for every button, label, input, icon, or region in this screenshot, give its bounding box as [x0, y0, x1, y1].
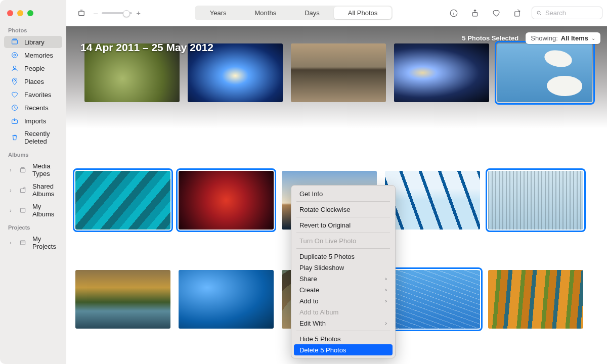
- menu-item-duplicate[interactable]: Duplicate 5 Photos: [291, 251, 395, 262]
- toolbar: – + Years Months Days All Photos: [66, 0, 607, 26]
- sidebar-item-label: Shared Albums: [32, 183, 56, 198]
- sidebar-item-label: People: [24, 65, 56, 72]
- filter-label: Showing:: [531, 34, 557, 42]
- svg-point-4: [13, 66, 16, 68]
- segment-years[interactable]: Years: [196, 7, 241, 19]
- window-controls: [0, 5, 66, 23]
- sidebar-item-media-types[interactable]: › Media Types: [2, 160, 62, 179]
- svg-rect-9: [20, 189, 25, 192]
- zoom-slider[interactable]: [102, 12, 132, 14]
- svg-rect-11: [20, 208, 25, 212]
- search-field[interactable]: [532, 7, 602, 19]
- menu-separator: [296, 331, 390, 331]
- sidebar-item-label: Library: [24, 38, 56, 46]
- photo-thumbnail[interactable]: [75, 270, 170, 329]
- sidebar-item-my-projects[interactable]: › My Projects: [2, 233, 62, 252]
- favorite-button[interactable]: [489, 6, 503, 20]
- photo-thumbnail-selected[interactable]: [75, 171, 170, 230]
- chevron-down-icon: ⌄: [591, 35, 595, 41]
- sidebar-item-library[interactable]: Library: [4, 36, 62, 48]
- library-icon: [10, 38, 19, 46]
- shared-icon: [18, 186, 27, 194]
- photo-thumbnail-selected[interactable]: [497, 43, 592, 102]
- rotate-button[interactable]: [510, 6, 525, 20]
- sidebar-item-label: Imports: [24, 117, 56, 125]
- menu-item-live-photo: Turn On Live Photo: [291, 235, 395, 246]
- zoom-control: – +: [94, 9, 141, 17]
- sidebar-item-label: Places: [24, 78, 56, 85]
- search-input[interactable]: [545, 9, 598, 17]
- menu-item-edit-with[interactable]: Edit With›: [291, 317, 395, 329]
- menu-separator: [296, 217, 390, 217]
- segment-months[interactable]: Months: [241, 7, 291, 19]
- sidebar-item-my-albums[interactable]: › My Albums: [2, 201, 62, 220]
- sidebar-item-label: My Albums: [32, 203, 56, 218]
- menu-item-share[interactable]: Share›: [291, 273, 395, 284]
- sidebar: Photos Library Memories People Places Fa…: [0, 0, 66, 364]
- chevron-right-icon: ›: [385, 298, 387, 304]
- sidebar-item-label: Media Types: [32, 162, 56, 177]
- people-icon: [10, 64, 19, 72]
- photo-thumbnail[interactable]: [179, 270, 274, 329]
- photo-thumbnail[interactable]: [291, 43, 386, 102]
- menu-item-revert[interactable]: Revert to Original: [291, 219, 395, 231]
- import-icon: [10, 117, 19, 125]
- share-button[interactable]: [468, 6, 482, 20]
- sidebar-item-recently-deleted[interactable]: Recently Deleted: [4, 128, 62, 147]
- menu-item-delete[interactable]: Delete 5 Photos: [294, 344, 393, 355]
- date-header-row: 5 Photos Selected Showing: All Items ⌄ 1…: [66, 26, 607, 128]
- photo-thumbnail-selected[interactable]: [179, 171, 274, 230]
- zoom-out-button[interactable]: –: [94, 9, 98, 17]
- disclosure-icon[interactable]: ›: [8, 188, 13, 193]
- svg-rect-8: [20, 168, 25, 172]
- view-segmented-control: Years Months Days All Photos: [195, 6, 393, 20]
- menu-item-add-to[interactable]: Add to›: [291, 295, 395, 306]
- aspect-button[interactable]: [74, 6, 89, 20]
- photo-thumbnail[interactable]: [488, 270, 583, 329]
- svg-rect-13: [79, 11, 84, 15]
- sidebar-item-recents[interactable]: Recents: [4, 102, 62, 114]
- chevron-right-icon: ›: [385, 320, 387, 326]
- menu-item-create[interactable]: Create›: [291, 284, 395, 295]
- menu-item-get-info[interactable]: Get Info: [291, 188, 395, 199]
- photo-thumbnail-selected[interactable]: [488, 171, 583, 230]
- zoom-in-button[interactable]: +: [136, 9, 141, 17]
- disclosure-icon[interactable]: ›: [8, 167, 13, 173]
- segment-days[interactable]: Days: [290, 7, 334, 19]
- info-button[interactable]: [447, 6, 461, 20]
- sidebar-item-label: Favorites: [24, 91, 56, 99]
- svg-rect-0: [12, 40, 18, 44]
- memories-icon: [10, 51, 19, 59]
- sidebar-item-favorites[interactable]: Favorites: [4, 88, 62, 101]
- menu-item-add-to-album: Add to Album: [291, 306, 395, 317]
- disclosure-icon[interactable]: ›: [8, 240, 13, 246]
- menu-item-slideshow[interactable]: Play Slideshow: [291, 262, 395, 273]
- sidebar-section-photos: Photos: [0, 23, 66, 35]
- photo-thumbnail[interactable]: [394, 43, 489, 102]
- sidebar-item-places[interactable]: Places: [4, 75, 62, 87]
- sidebar-item-label: Recents: [24, 104, 56, 112]
- segment-all-photos[interactable]: All Photos: [334, 7, 392, 19]
- close-window-button[interactable]: [7, 10, 13, 16]
- svg-point-3: [14, 54, 16, 56]
- selection-count-label: 5 Photos Selected: [462, 34, 518, 42]
- sidebar-item-people[interactable]: People: [4, 62, 62, 74]
- disclosure-icon[interactable]: ›: [8, 208, 13, 213]
- filter-dropdown[interactable]: Showing: All Items ⌄: [526, 32, 600, 44]
- svg-point-2: [12, 53, 18, 58]
- menu-item-hide[interactable]: Hide 5 Photos: [291, 333, 395, 344]
- minimize-window-button[interactable]: [17, 10, 23, 16]
- heart-icon: [10, 90, 19, 99]
- menu-item-rotate[interactable]: Rotate Clockwise: [291, 204, 395, 215]
- stack-icon: [18, 166, 27, 174]
- sidebar-item-imports[interactable]: Imports: [4, 115, 62, 127]
- sidebar-item-shared-albums[interactable]: › Shared Albums: [2, 180, 62, 200]
- photo-thumbnail[interactable]: [385, 171, 480, 230]
- sidebar-item-label: Recently Deleted: [24, 130, 56, 145]
- zoom-window-button[interactable]: [27, 10, 33, 16]
- sidebar-item-memories[interactable]: Memories: [4, 49, 62, 61]
- context-menu: Get Info Rotate Clockwise Revert to Orig…: [291, 185, 396, 358]
- search-icon: [536, 10, 542, 17]
- photo-thumbnail-selected[interactable]: [385, 270, 480, 329]
- places-icon: [10, 77, 19, 85]
